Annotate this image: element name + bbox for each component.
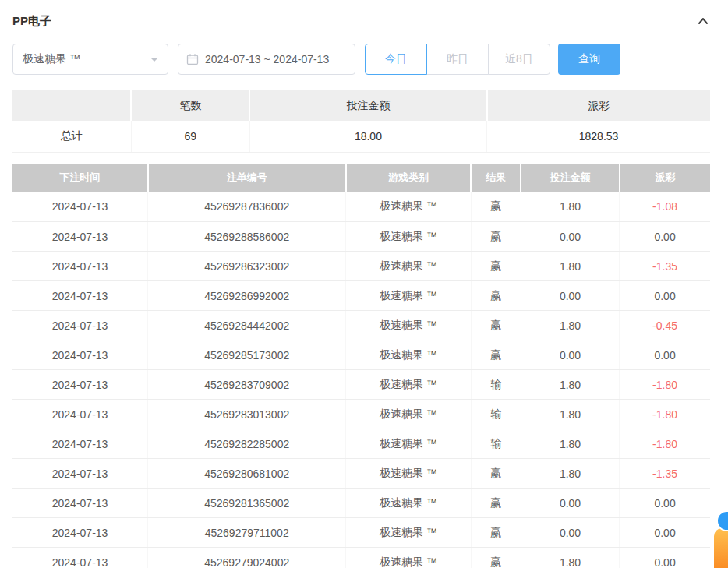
summary-header-blank: [12, 90, 131, 121]
bet-time-cell: 2024-07-13: [12, 340, 148, 370]
table-row: 2024-07-13 45269286992002 极速糖果 ™ 赢 0.00 …: [12, 281, 710, 311]
quick-range-button[interactable]: 昨日: [426, 44, 489, 75]
bets-header-result: 结果: [471, 164, 521, 192]
bet-time-cell: 2024-07-13: [12, 548, 148, 568]
caret-down-icon: [150, 58, 158, 65]
bet-game-cell: 极速糖果 ™: [346, 311, 471, 340]
bet-result-cell: 赢: [471, 518, 521, 548]
bet-amount-cell: 1.80: [521, 459, 619, 489]
bet-payout-cell: -1.80: [620, 429, 710, 459]
bet-time-cell: 2024-07-13: [12, 222, 148, 252]
bet-amount-cell: 0.00: [521, 340, 619, 370]
table-row: 2024-07-13 45269281365002 极速糖果 ™ 赢 0.00 …: [12, 489, 710, 518]
bet-time-cell: 2024-07-13: [12, 400, 148, 429]
game-select-value: 极速糖果 ™: [23, 52, 80, 66]
bets-header-time: 下注时间: [12, 164, 148, 192]
bet-order-cell: 45269282285002: [148, 429, 346, 459]
table-row: 2024-07-13 45269279024002 极速糖果 ™ 赢 1.80 …: [12, 548, 710, 568]
bet-game-cell: 极速糖果 ™: [346, 459, 471, 489]
table-row: 2024-07-13 45269285173002 极速糖果 ™ 赢 0.00 …: [12, 340, 710, 370]
customer-service-widget[interactable]: [714, 528, 728, 568]
bet-payout-cell: 0.00: [620, 281, 710, 311]
bet-payout-cell: 0.00: [620, 518, 710, 548]
bet-payout-cell: -1.08: [620, 192, 710, 222]
table-row: 2024-07-13 45269282285002 极速糖果 ™ 输 1.80 …: [12, 429, 710, 459]
bet-order-cell: 45269281365002: [148, 489, 346, 518]
bet-order-cell: 45269283013002: [148, 400, 346, 429]
bet-time-cell: 2024-07-13: [12, 281, 148, 311]
summary-header-payout: 派彩: [487, 90, 710, 121]
bet-payout-cell: 0.00: [620, 222, 710, 252]
bet-result-cell: 赢: [471, 222, 521, 252]
bet-result-cell: 赢: [471, 192, 521, 222]
search-button[interactable]: 查询: [558, 44, 620, 75]
summary-header-bet-amount: 投注金额: [249, 90, 486, 121]
table-row: 2024-07-13 45269287836002 极速糖果 ™ 赢 1.80 …: [12, 192, 710, 222]
bet-result-cell: 赢: [471, 548, 521, 568]
bet-result-cell: 赢: [471, 489, 521, 518]
bet-amount-cell: 0.00: [521, 489, 619, 518]
table-row: 2024-07-13 45269284442002 极速糖果 ™ 赢 1.80 …: [12, 311, 710, 340]
table-row: 2024-07-13 45269283013002 极速糖果 ™ 输 1.80 …: [12, 400, 710, 429]
summary-total-payout: 1828.53: [487, 121, 710, 152]
bets-header-game: 游戏类别: [346, 164, 471, 192]
table-row: 2024-07-13 45269280681002 极速糖果 ™ 赢 1.80 …: [12, 459, 710, 489]
bet-amount-cell: 1.80: [521, 400, 619, 429]
summary-total-row: 总计 69 18.00 1828.53: [12, 121, 710, 152]
bet-time-cell: 2024-07-13: [12, 429, 148, 459]
bet-result-cell: 输: [471, 429, 521, 459]
quick-range-group: 今日昨日近8日: [365, 44, 550, 75]
bet-game-cell: 极速糖果 ™: [346, 340, 471, 370]
quick-range-button[interactable]: 今日: [365, 44, 427, 75]
table-row: 2024-07-13 45269288586002 极速糖果 ™ 赢 0.00 …: [12, 222, 710, 252]
bet-payout-cell: -1.80: [620, 370, 710, 400]
bet-game-cell: 极速糖果 ™: [346, 222, 471, 252]
bet-game-cell: 极速糖果 ™: [346, 281, 471, 311]
bet-amount-cell: 1.80: [521, 429, 619, 459]
bet-amount-cell: 1.80: [521, 370, 619, 400]
bet-result-cell: 输: [471, 370, 521, 400]
summary-total-bet-amount: 18.00: [249, 121, 486, 152]
bet-payout-cell: -0.45: [620, 311, 710, 340]
bet-time-cell: 2024-07-13: [12, 489, 148, 518]
bet-order-cell: 45269280681002: [148, 459, 346, 489]
date-range-input[interactable]: 2024-07-13 ~ 2024-07-13: [178, 44, 355, 75]
quick-range-button[interactable]: 近8日: [488, 44, 550, 75]
bet-order-cell: 45269287836002: [148, 192, 346, 222]
bet-time-cell: 2024-07-13: [12, 370, 148, 400]
bet-payout-cell: -1.35: [620, 252, 710, 281]
bet-order-cell: 45269288586002: [148, 222, 346, 252]
summary-header-count: 笔数: [131, 90, 249, 121]
bet-amount-cell: 0.00: [521, 281, 619, 311]
bet-game-cell: 极速糖果 ™: [346, 429, 471, 459]
bet-payout-cell: 0.00: [620, 340, 710, 370]
calendar-icon: [186, 53, 199, 65]
bet-payout-cell: 0.00: [620, 489, 710, 518]
bet-result-cell: 赢: [471, 252, 521, 281]
bet-game-cell: 极速糖果 ™: [346, 370, 471, 400]
filter-row: 极速糖果 ™ 2024-07-13 ~ 2024-07-13 今日昨日近8日 查…: [12, 44, 710, 75]
bet-order-cell: 45269283709002: [148, 370, 346, 400]
bet-amount-cell: 1.80: [521, 252, 619, 281]
bet-time-cell: 2024-07-13: [12, 192, 148, 222]
bet-time-cell: 2024-07-13: [12, 252, 148, 281]
bet-order-cell: 45269279024002: [148, 548, 346, 568]
page-title: PP电子: [12, 14, 51, 29]
bet-result-cell: 赢: [471, 311, 521, 340]
bet-order-cell: 45269284442002: [148, 311, 346, 340]
bet-payout-cell: -1.35: [620, 459, 710, 489]
bet-result-cell: 赢: [471, 340, 521, 370]
bet-result-cell: 输: [471, 400, 521, 429]
bet-order-cell: 45269285173002: [148, 340, 346, 370]
game-select[interactable]: 极速糖果 ™: [12, 44, 168, 75]
bet-time-cell: 2024-07-13: [12, 459, 148, 489]
bet-game-cell: 极速糖果 ™: [346, 548, 471, 568]
bet-game-cell: 极速糖果 ™: [346, 518, 471, 548]
bet-payout-cell: -1.80: [620, 400, 710, 429]
bet-game-cell: 极速糖果 ™: [346, 489, 471, 518]
collapse-chevron-up-icon[interactable]: [696, 14, 710, 28]
bet-game-cell: 极速糖果 ™: [346, 400, 471, 429]
bet-order-cell: 45269286992002: [148, 281, 346, 311]
bets-table: 下注时间 注单编号 游戏类别 结果 投注金额 派彩 2024-07-13 452…: [12, 164, 710, 568]
bet-payout-cell: 0.00: [620, 548, 710, 568]
